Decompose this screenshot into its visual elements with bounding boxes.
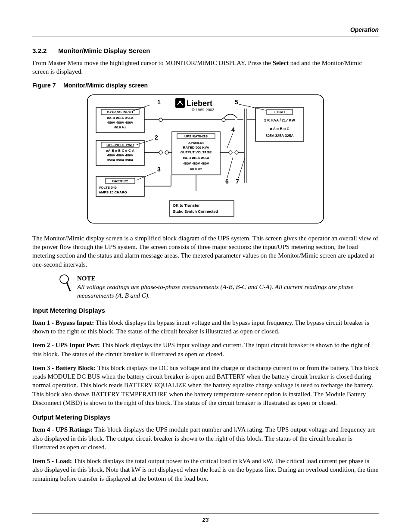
svg-text:RATED 500 KVA: RATED 500 KVA [183,146,209,149]
battery-block: BATTERY VOLTS 540 AMPS 15 CHARG [96,177,144,196]
svg-text:60.0 Hz: 60.0 Hz [114,125,126,129]
item5-body: This block displays the total output pow… [32,457,378,482]
svg-text:4: 4 [231,126,235,133]
section-title: Monitor/Mimic Display Screen [58,47,150,54]
svg-text:øA-B  ø B-C  ø C-A: øA-B ø B-C ø C-A [106,149,134,152]
svg-text:480V   480V   480V: 480V 480V 480V [107,153,134,157]
svg-text:2: 2 [155,134,158,141]
svg-point-52 [235,151,238,154]
svg-text:UPS RATINGS: UPS RATINGS [184,134,208,138]
select-keyword: Select [273,59,289,66]
item5-paragraph: Item 5 - Load: This block displays the t… [32,457,379,483]
note-title: NOTE [77,274,379,283]
note-block: NOTE All voltage readings are phase-to-p… [59,274,379,300]
item2-paragraph: Item 2 - UPS Input Pwr: This block displ… [32,341,379,358]
svg-text:60.0 Hz: 60.0 Hz [190,167,202,171]
item1-paragraph: Item 1 - Bypass Input: This block displa… [32,318,379,336]
section-number: 3.2.2 [32,47,58,55]
intro-part-a: From Master Menu move the highlighted cu… [32,59,273,66]
svg-point-47 [159,151,162,154]
item2-head: Item 2 - UPS Input Pwr: [32,342,102,348]
svg-text:Liebert: Liebert [187,99,212,108]
item3-head: Item 3 - Battery Block: [32,364,97,371]
item1-head: Item 1 - Bypass Input: [32,319,96,326]
svg-text:ø A      ø B     ø C: ø A ø B ø C [270,127,289,131]
svg-text:BYPASS INPUT: BYPASS INPUT [107,110,134,114]
svg-text:AMPS 15 CHARG: AMPS 15 CHARG [99,190,127,194]
svg-text:480V   480V   480V: 480V 480V 480V [183,162,209,165]
magnifier-icon [59,274,72,293]
svg-text:OUTPUT VOLTAGE: OUTPUT VOLTAGE [181,150,212,154]
figure-diagram: Liebert © 1989-2003 BYPASS INPUT øA-B øB… [32,92,379,228]
svg-text:BATTERY: BATTERY [112,179,129,183]
item4-head: Item 4 - UPS Ratings: [32,426,94,433]
svg-point-48 [165,151,168,154]
svg-text:350A   350A  350A: 350A 350A 350A [107,158,133,162]
output-metering-heading: Output Metering Displays [32,413,379,422]
svg-text:270 KVA / 217 KW: 270 KVA / 217 KW [264,118,295,122]
svg-point-40 [222,118,225,121]
page-header: Operation [32,26,379,37]
status-block: OK to Transfer Static Switch Connected [169,201,234,216]
svg-point-51 [229,151,232,154]
item3-paragraph: Item 3 - Battery Block: This block displ… [32,364,379,407]
svg-point-38 [159,118,162,121]
load-block: LOAD 270 KVA / 217 KW ø A ø B ø C 325A 3… [255,108,304,141]
svg-text:1: 1 [157,99,161,106]
svg-point-74 [60,275,68,283]
item4-paragraph: Item 4 - UPS Ratings: This block display… [32,425,379,451]
svg-text:Static Switch Connected: Static Switch Connected [173,209,218,214]
svg-text:OK to Transfer: OK to Transfer [173,203,200,208]
svg-text:øA-B   øB-C  øC-A: øA-B øB-C øC-A [107,116,134,120]
ups-ratings-block: UPS RATINGS AP658-64 RATED 500 KVA OUTPU… [172,132,220,175]
figure-title: Monitor/Mimic display screen [63,82,148,89]
section-intro: From Master Menu move the highlighted cu… [32,59,379,76]
figure-number: Figure 7 [32,81,63,90]
svg-text:3: 3 [157,166,161,173]
svg-text:AP658-64: AP658-64 [188,141,204,145]
svg-text:480V   480V   480V: 480V 480V 480V [107,121,134,124]
svg-text:6: 6 [225,178,229,185]
svg-text:UPS INPUT PWR: UPS INPUT PWR [106,143,134,147]
svg-text:© 1989-2003: © 1989-2003 [192,108,214,112]
page-footer: 23 [32,513,379,524]
item5-head: Item 5 - Load: [32,457,74,464]
svg-text:7: 7 [236,178,239,185]
svg-point-2 [179,100,181,103]
svg-line-75 [67,283,70,291]
svg-text:325A    325A   325A: 325A 325A 325A [265,134,293,138]
note-body: All voltage readings are phase-to-phase … [77,283,379,300]
svg-text:VOLTS 540: VOLTS 540 [99,186,117,190]
section-heading: 3.2.2Monitor/Mimic Display Screen [32,47,379,55]
description-paragraph: The Monitor/Mimic display screen is a si… [32,234,379,269]
svg-text:øA-B  øB-C  øC-A: øA-B øB-C øC-A [183,156,209,160]
svg-text:LOAD: LOAD [274,110,285,114]
input-metering-heading: Input Metering Displays [32,306,379,315]
bypass-input-block: BYPASS INPUT øA-B øB-C øC-A 480V 480V 48… [96,108,144,133]
ups-input-pwr-block: UPS INPUT PWR øA-B ø B-C ø C-A 480V 480V… [96,140,144,165]
svg-text:5: 5 [235,99,238,106]
figure-caption: Figure 7Monitor/Mimic display screen [32,81,379,90]
